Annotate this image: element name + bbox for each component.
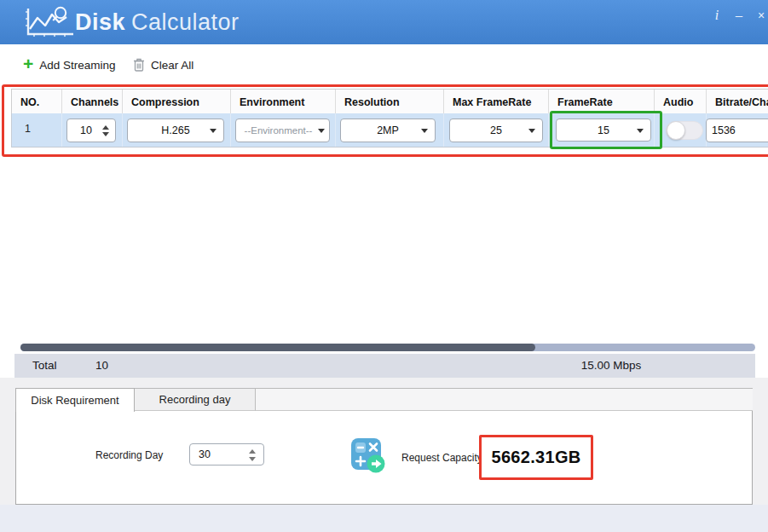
total-row: Total 10 15.00 Mbps [14,354,755,378]
channels-value: 10 [80,124,92,136]
environment-dropdown[interactable]: --Environment-- [235,119,330,142]
app-logo-chart-magnifier-icon [22,5,77,44]
close-button[interactable]: × [752,6,768,25]
chevron-down-icon [528,129,535,133]
framerate-value: 15 [598,124,609,136]
title-bar: DiskCalculator i – × [0,0,768,44]
horizontal-scrollbar-thumb[interactable] [20,344,535,351]
col-header-channels: Channels [62,90,123,114]
resolution-dropdown[interactable]: 2MP [340,119,436,142]
compression-dropdown[interactable]: H.265 [127,119,224,142]
col-header-max-framerate: Max FrameRate [444,90,549,114]
col-header-framerate: FrameRate [549,90,655,114]
col-header-no: NO. [12,90,62,114]
col-header-resolution: Resolution [336,90,444,114]
calculator-icon [350,437,386,479]
chevron-down-icon [318,129,325,133]
resolution-value: 2MP [377,124,399,136]
trash-icon [133,58,145,72]
total-label: Total [32,359,57,372]
request-capacity-label: Request Capacity [401,452,482,464]
recording-day-label: Recording Day [95,449,163,461]
toggle-knob [667,121,685,140]
total-channels: 10 [95,359,108,372]
col-header-environment: Environment [231,90,336,114]
max-framerate-dropdown[interactable]: 25 [449,119,543,142]
spinner-arrows-icon[interactable] [248,449,257,461]
app-title-primary: Disk [75,9,125,35]
tab-recording-day[interactable]: Recording day [135,388,256,411]
spinner-arrows-icon[interactable] [101,125,110,136]
info-button[interactable]: i [707,6,726,25]
recording-day-value: 30 [199,448,211,460]
request-capacity-value: 5662.31GB [492,448,581,467]
bitrate-input[interactable] [706,119,768,142]
bottom-strip [0,505,768,532]
row-number: 1 [25,123,61,135]
chevron-down-icon [210,129,217,133]
tab-recording-day-label: Recording day [159,393,231,406]
max-framerate-value: 25 [490,124,502,136]
clear-all-label: Clear All [151,59,193,72]
app-title-secondary: Calculator [131,9,240,35]
channels-stepper[interactable]: 10 [66,119,116,142]
col-header-compression: Compression [123,90,231,114]
chevron-down-icon [421,129,428,133]
tab-disk-requirement-label: Disk Requirement [31,394,118,407]
add-streaming-button[interactable]: + Add Streaming [23,44,116,85]
framerate-dropdown[interactable]: 15 [556,119,651,142]
recording-day-stepper[interactable]: 30 [189,443,264,466]
minimize-button[interactable]: – [730,6,748,25]
total-bitrate: 15.00 Mbps [551,359,671,372]
col-header-audio: Audio [655,90,707,114]
clear-all-button[interactable]: Clear All [133,44,193,85]
app-title: DiskCalculator [75,9,240,36]
environment-value: --Environment-- [245,125,313,136]
col-header-bitrate: Bitrate/Channel [707,90,768,114]
toolbar: + Add Streaming Clear All [0,44,768,85]
tab-disk-requirement[interactable]: Disk Requirement [15,388,135,412]
compression-value: H.265 [161,124,189,136]
row-cell-no: 1 [12,113,62,147]
plus-icon: + [23,56,33,72]
request-capacity-box: 5662.31GB [479,435,593,480]
stream-table-header: NO. Channels Compression Environment Res… [11,89,768,114]
audio-toggle[interactable] [666,121,703,140]
add-streaming-label: Add Streaming [39,59,115,72]
chevron-down-icon [637,129,644,133]
